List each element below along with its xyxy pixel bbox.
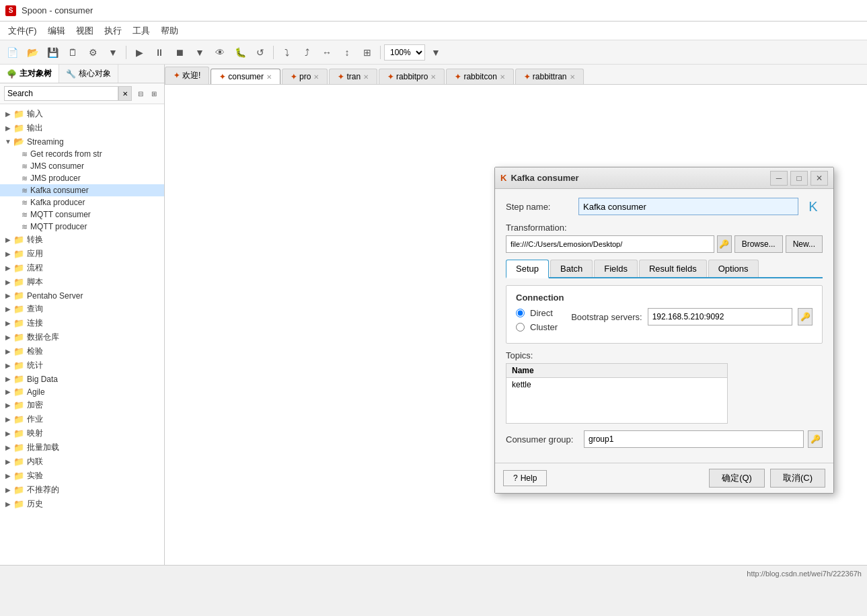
toolbar-hop2-btn[interactable]: ↕ <box>338 43 356 62</box>
browse-button[interactable]: Browse... <box>734 235 783 253</box>
rabbittran-tab-close[interactable]: ✕ <box>570 73 575 81</box>
canvas-tab-rabbitcon[interactable]: ✦ rabbitcon ✕ <box>446 69 513 84</box>
canvas-tab-tran[interactable]: ✦ tran ✕ <box>329 69 377 84</box>
tree-item-flow[interactable]: ▶ 📁 流程 <box>0 261 164 275</box>
tree-item-kafka-consumer[interactable]: ≋ Kafka consumer <box>0 184 164 196</box>
tree-item-agile[interactable]: ▶ 📁 Agile <box>0 385 164 398</box>
canvas-tab-welcome[interactable]: ✦ 欢迎! <box>165 67 209 84</box>
canvas-tab-rabbittran[interactable]: ✦ rabbittran ✕ <box>515 69 584 84</box>
tree-item-data-warehouse[interactable]: ▶ 📁 数据仓库 <box>0 330 164 344</box>
toolbar-inject-btn[interactable]: ⤴ <box>297 43 316 62</box>
bootstrap-servers-input[interactable] <box>648 308 792 325</box>
toolbar-run-arrow-btn[interactable]: ▼ <box>190 43 209 62</box>
toolbar-hop-btn[interactable]: ↔ <box>317 43 336 62</box>
tree-item-encrypt[interactable]: ▶ 📁 加密 <box>0 398 164 412</box>
canvas-tab-rabbitpro[interactable]: ✦ rabbitpro ✕ <box>379 69 445 84</box>
dialog-minimize-btn[interactable]: ─ <box>770 171 788 186</box>
toolbar-step-btn[interactable]: ⤵ <box>277 43 296 62</box>
toolbar-arrow-btn[interactable]: ▼ <box>104 43 122 62</box>
toolbar-open-btn[interactable]: 📂 <box>23 43 42 62</box>
tree-item-tasks[interactable]: ▶ 📁 作业 <box>0 412 164 426</box>
tree-item-apply[interactable]: ▶ 📁 应用 <box>0 247 164 261</box>
tree-item-streaming[interactable]: ▼ 📂 Streaming <box>0 135 164 148</box>
zoom-dropdown-btn[interactable]: ▼ <box>426 43 445 62</box>
toolbar-replay-btn[interactable]: ↺ <box>251 43 270 62</box>
rabbitcon-tab-close[interactable]: ✕ <box>500 73 505 81</box>
toolbar-debug-btn[interactable]: 🐛 <box>231 43 250 62</box>
help-button[interactable]: ? Help <box>503 470 547 486</box>
toolbar-pause-btn[interactable]: ⏸ <box>150 43 169 62</box>
pro-tab-close[interactable]: ✕ <box>313 73 319 81</box>
tree-item-experiment[interactable]: ▶ 📁 实验 <box>0 469 164 483</box>
cancel-button[interactable]: 取消(C) <box>770 469 825 488</box>
toolbar-grid-btn[interactable]: ⊞ <box>358 43 377 62</box>
tree-item-inline[interactable]: ▶ 📁 内联 <box>0 455 164 469</box>
ok-button[interactable]: 确定(Q) <box>709 469 765 488</box>
toolbar-stop-btn[interactable]: ⏹ <box>170 43 189 62</box>
tree-item-jms-consumer[interactable]: ≋ JMS consumer <box>0 160 164 172</box>
dialog-tab-setup[interactable]: Setup <box>506 260 549 278</box>
tree-item-script[interactable]: ▶ 📁 脚本 <box>0 275 164 289</box>
tree-item-output[interactable]: ▶ 📁 输出 <box>0 121 164 135</box>
search-clear-btn[interactable]: ✕ <box>118 86 132 101</box>
menu-file[interactable]: 文件(F) <box>3 22 42 40</box>
tree-item-jms-producer[interactable]: ≋ JMS producer <box>0 172 164 184</box>
toolbar-preview-btn[interactable]: 👁 <box>211 43 229 62</box>
tree-item-mqtt-producer[interactable]: ≋ MQTT producer <box>0 221 164 233</box>
topics-row-0[interactable]: kettle <box>506 378 727 392</box>
cluster-radio[interactable] <box>516 323 525 332</box>
dialog-tab-batch[interactable]: Batch <box>550 260 593 277</box>
tree-item-pentaho[interactable]: ▶ 📁 Pentaho Server <box>0 289 164 302</box>
tab-core-objects[interactable]: 🔧 核心对象 <box>59 65 118 83</box>
menu-view[interactable]: 视图 <box>71 22 99 40</box>
topics-table[interactable]: Name kettle <box>506 363 728 424</box>
toolbar-saveas-btn[interactable]: 🗒 <box>63 43 82 62</box>
dialog-tab-fields[interactable]: Fields <box>594 260 638 277</box>
tree-item-batch[interactable]: ▶ 📁 批量加载 <box>0 440 164 455</box>
dialog-tab-result-fields[interactable]: Result fields <box>639 260 707 277</box>
consumer-tab-close[interactable]: ✕ <box>266 73 272 81</box>
tab-main-objects[interactable]: 🌳 主对象树 <box>0 65 59 83</box>
tree-item-kafka-producer[interactable]: ≋ Kafka producer <box>0 196 164 208</box>
tree-item-mapping[interactable]: ▶ 📁 映射 <box>0 426 164 440</box>
tree-item-validation[interactable]: ▶ 📁 检验 <box>0 344 164 358</box>
dialog-maximize-btn[interactable]: □ <box>790 171 808 186</box>
dialog-tab-options[interactable]: Options <box>708 260 759 277</box>
direct-radio[interactable] <box>516 309 525 317</box>
bootstrap-key-btn[interactable]: 🔑 <box>798 308 813 325</box>
tree-item-query[interactable]: ▶ 📁 查询 <box>0 302 164 316</box>
tran-tab-close[interactable]: ✕ <box>363 73 369 81</box>
tree-item-statistics[interactable]: ▶ 📁 统计 <box>0 358 164 373</box>
tree-item-history[interactable]: ▶ 📁 历史 <box>0 497 164 511</box>
canvas-tab-consumer[interactable]: ✦ consumer ✕ <box>211 69 280 84</box>
step-name-input[interactable] <box>578 198 798 215</box>
menu-help[interactable]: 帮助 <box>155 22 184 40</box>
tree-item-transform[interactable]: ▶ 📁 转换 <box>0 233 164 247</box>
tree-item-input[interactable]: ▶ 📁 输入 <box>0 107 164 121</box>
search-input[interactable] <box>4 86 118 101</box>
search-collapse-btn[interactable]: ⊟ <box>135 87 147 100</box>
rabbitpro-tab-close[interactable]: ✕ <box>430 73 436 81</box>
dialog-close-btn[interactable]: ✕ <box>811 171 828 186</box>
tree-item-connect[interactable]: ▶ 📁 连接 <box>0 316 164 330</box>
tree-item-mqtt-consumer[interactable]: ≋ MQTT consumer <box>0 208 164 221</box>
consumer-group-key-btn[interactable]: 🔑 <box>808 430 823 448</box>
transformation-key-btn[interactable]: 🔑 <box>717 235 732 253</box>
menu-edit[interactable]: 编辑 <box>42 22 71 40</box>
consumer-group-input[interactable] <box>584 430 804 448</box>
canvas-tab-pro[interactable]: ✦ pro ✕ <box>282 69 328 84</box>
new-button[interactable]: New... <box>786 235 823 253</box>
toolbar-new-btn[interactable]: 📄 <box>3 43 22 62</box>
tree-item-get-records[interactable]: ≋ Get records from str <box>0 148 164 160</box>
step-name-icon-btn[interactable]: K <box>804 197 823 216</box>
menu-tools[interactable]: 工具 <box>127 22 155 40</box>
toolbar-save-btn[interactable]: 💾 <box>43 43 62 62</box>
zoom-select[interactable]: 100% 50% 75% 125% 150% <box>384 44 425 61</box>
search-expand-btn[interactable]: ⊞ <box>148 87 160 100</box>
tree-item-not-recommended[interactable]: ▶ 📁 不推荐的 <box>0 483 164 497</box>
toolbar-more-btn[interactable]: ⚙ <box>83 43 102 62</box>
toolbar-run-btn[interactable]: ▶ <box>130 43 149 62</box>
menu-execute[interactable]: 执行 <box>99 22 127 40</box>
transformation-input[interactable] <box>506 235 714 253</box>
tree-item-big-data[interactable]: ▶ 📁 Big Data <box>0 373 164 385</box>
